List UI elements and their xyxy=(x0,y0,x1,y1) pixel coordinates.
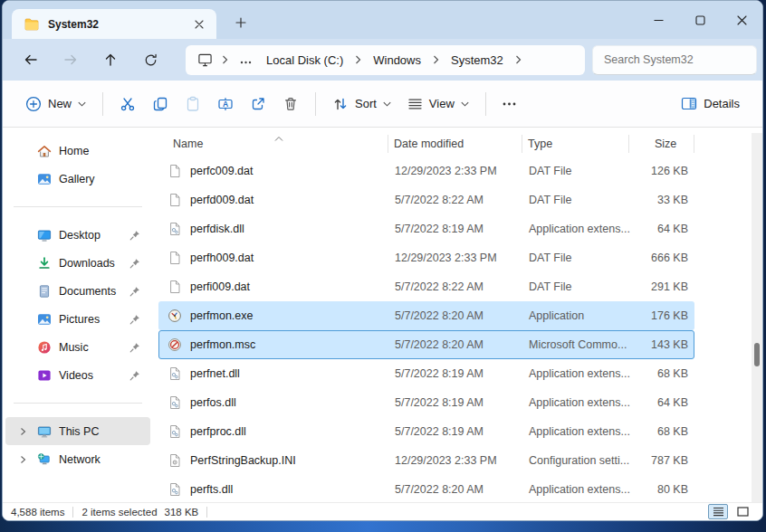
sidebar-item-documents[interactable]: Documents xyxy=(5,277,150,305)
column-header-size[interactable]: Size xyxy=(629,131,694,157)
file-date: 5/7/2022 8:19 AM xyxy=(389,396,523,409)
new-tab-button[interactable] xyxy=(229,11,253,34)
downloads-icon xyxy=(36,256,52,271)
table-row[interactable]: perfc009.dat12/29/2023 2:33 PMDAT File12… xyxy=(158,157,694,185)
breadcrumb-segment[interactable]: Local Disk (C:) xyxy=(259,50,350,71)
file-size: 176 KB xyxy=(630,309,688,322)
file-name-cell: perfmon.msc xyxy=(159,337,389,352)
share-button[interactable] xyxy=(242,89,274,119)
search-input[interactable] xyxy=(604,53,745,66)
tab-title: System32 xyxy=(48,18,180,31)
sidebar-item-home[interactable]: Home xyxy=(5,137,150,165)
file-name: perfos.dll xyxy=(190,396,236,409)
status-bar: 4,588 items 2 items selected 318 KB xyxy=(3,502,762,520)
expand-chevron-icon[interactable] xyxy=(16,427,29,436)
file-size: 126 KB xyxy=(630,165,688,177)
new-button-label: New xyxy=(48,97,72,110)
table-row[interactable]: perfproc.dll5/7/2022 8:19 AMApplication … xyxy=(158,417,694,446)
file-name-cell: perfos.dll xyxy=(159,395,389,410)
cut-button[interactable] xyxy=(111,89,144,119)
details-view-toggle[interactable] xyxy=(708,504,728,519)
paste-button[interactable] xyxy=(177,89,209,119)
view-button[interactable]: View xyxy=(399,90,477,119)
this-pc-breadcrumb-icon[interactable] xyxy=(193,52,217,67)
pin-icon xyxy=(129,229,143,242)
ini-file-icon xyxy=(168,453,182,468)
svg-text:A: A xyxy=(223,99,228,108)
tab-bar: System32 xyxy=(3,1,762,39)
gallery-icon xyxy=(36,172,52,186)
tab-close-icon[interactable] xyxy=(189,14,209,34)
breadcrumb-overflow[interactable] xyxy=(233,50,259,71)
delete-icon xyxy=(282,96,299,112)
more-options-button[interactable] xyxy=(494,95,524,113)
exe-gauge-icon xyxy=(168,309,182,323)
table-row[interactable]: perfos.dll5/7/2022 8:19 AMApplication ex… xyxy=(158,388,694,417)
close-button[interactable] xyxy=(721,1,762,39)
command-toolbar: New A Sort View Details xyxy=(3,81,762,128)
maximize-button[interactable] xyxy=(679,1,721,39)
rename-button[interactable]: A xyxy=(209,89,242,119)
music-icon xyxy=(36,340,52,355)
sidebar-item-music[interactable]: Music xyxy=(5,333,150,361)
table-row[interactable]: perfh009.dat12/29/2023 2:33 PMDAT File66… xyxy=(158,243,694,272)
sidebar-item-label: Videos xyxy=(59,369,121,382)
breadcrumb-segment[interactable]: Windows xyxy=(366,50,428,71)
column-header-type[interactable]: Type xyxy=(522,131,629,157)
file-date: 5/7/2022 8:20 AM xyxy=(389,309,523,322)
table-row[interactable]: perfi009.dat5/7/2022 8:22 AMDAT File291 … xyxy=(158,272,694,301)
table-row[interactable]: perfdisk.dll5/7/2022 8:19 AMApplication … xyxy=(158,214,694,243)
sidebar-item-pictures[interactable]: Pictures xyxy=(5,305,150,333)
sidebar-item-gallery[interactable]: Gallery xyxy=(5,165,150,193)
breadcrumb-chevron-icon xyxy=(428,55,444,64)
scrollbar-thumb[interactable] xyxy=(754,343,760,366)
dll-file-icon xyxy=(168,424,182,439)
refresh-button[interactable] xyxy=(133,43,168,76)
file-name-cell: perfd009.dat xyxy=(159,193,389,207)
desktop-icon xyxy=(36,228,52,242)
column-header-name[interactable]: Name xyxy=(158,131,388,157)
file-name-cell: perfh009.dat xyxy=(159,251,389,265)
items-count: 4,588 items xyxy=(11,507,64,518)
file-date: 12/29/2023 2:33 PM xyxy=(389,165,523,177)
file-type: Application extens... xyxy=(523,483,630,496)
sort-button[interactable]: Sort xyxy=(324,89,399,119)
breadcrumb-segment[interactable]: System32 xyxy=(444,50,511,71)
file-type: DAT File xyxy=(523,194,630,206)
new-button[interactable]: New xyxy=(17,89,94,119)
file-type: DAT File xyxy=(523,165,630,177)
forward-button[interactable] xyxy=(53,43,88,76)
expand-chevron-icon[interactable] xyxy=(16,455,29,464)
table-row[interactable]: PerfStringBackup.INI12/29/2023 2:33 PMCo… xyxy=(158,446,694,475)
view-icon xyxy=(407,97,423,111)
sidebar-item-videos[interactable]: Videos xyxy=(5,361,150,389)
tab-system32[interactable]: System32 xyxy=(12,9,216,39)
view-button-label: View xyxy=(429,97,455,110)
file-type: Application extens... xyxy=(523,367,630,380)
copy-button[interactable] xyxy=(144,89,177,119)
up-button[interactable] xyxy=(93,43,128,76)
details-pane-button[interactable]: Details xyxy=(673,89,748,119)
column-header-date-modified[interactable]: Date modified xyxy=(388,131,522,157)
this-pc-icon xyxy=(36,424,52,439)
delete-button[interactable] xyxy=(274,89,307,119)
minimize-button[interactable] xyxy=(637,1,679,39)
chevron-down-icon xyxy=(383,101,391,107)
sidebar-item-desktop[interactable]: Desktop xyxy=(5,221,150,249)
file-type: Application extens... xyxy=(523,396,630,409)
navigation-bar: Local Disk (C:)WindowsSystem32 xyxy=(3,39,762,81)
file-size: 787 KB xyxy=(630,454,688,467)
table-row[interactable]: perfnet.dll5/7/2022 8:19 AMApplication e… xyxy=(158,359,694,388)
sort-icon xyxy=(332,96,349,112)
search-box[interactable] xyxy=(592,45,757,75)
table-row[interactable]: perfts.dll5/7/2022 8:20 AMApplication ex… xyxy=(158,475,694,502)
sidebar-item-this-pc[interactable]: This PC xyxy=(5,417,150,445)
sidebar-item-downloads[interactable]: Downloads xyxy=(5,249,150,277)
back-button[interactable] xyxy=(14,43,48,76)
table-row[interactable]: perfd009.dat5/7/2022 8:22 AMDAT File33 K… xyxy=(158,185,694,214)
large-icons-view-toggle[interactable] xyxy=(732,504,752,519)
table-row[interactable]: perfmon.exe5/7/2022 8:20 AMApplication17… xyxy=(158,301,694,330)
sidebar-item-network[interactable]: Network xyxy=(5,445,150,473)
vertical-scrollbar[interactable] xyxy=(752,133,762,502)
table-row[interactable]: perfmon.msc5/7/2022 8:20 AMMicrosoft Com… xyxy=(158,330,694,359)
